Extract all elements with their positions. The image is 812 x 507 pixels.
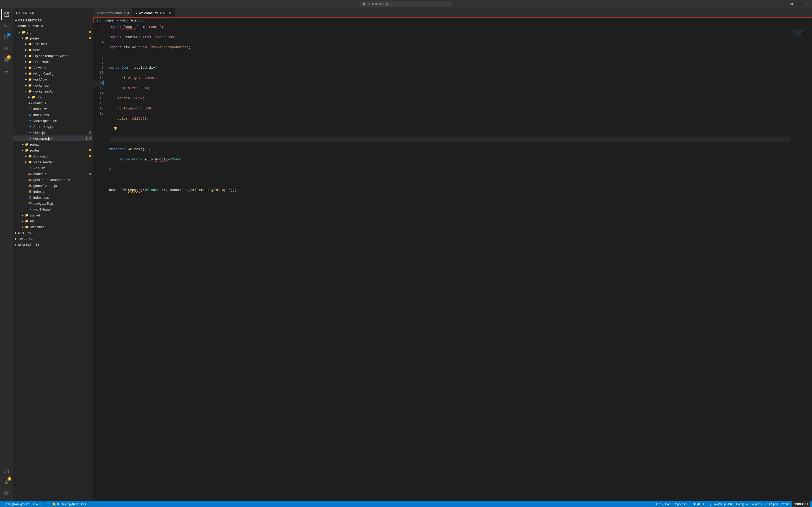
folder-statistics[interactable]: ▶ 📁 Statistics <box>13 41 93 47</box>
split-editor-button[interactable]: ⊟ <box>796 1 802 7</box>
errors-status[interactable]: ✕ 4 ⚠ 5 ℹ 2 <box>31 501 50 507</box>
file-app-jsx[interactable]: ▶ ✦ App.jsx <box>13 165 93 171</box>
img-arrow: ▶ <box>27 95 31 99</box>
application-arrow: ▶ <box>23 154 28 158</box>
variables-icon[interactable]: V <box>1 68 12 78</box>
redux-arrow: ▶ <box>20 142 25 147</box>
file-genroute[interactable]: ▶ JS genRouteComponent.js <box>13 177 93 183</box>
src-dot <box>89 31 91 33</box>
timeline-section[interactable]: ▶ TIMELINE <box>13 236 93 242</box>
folder-router[interactable]: ▼ 📁 router <box>13 147 93 153</box>
code-icon[interactable]: CODEGPT <box>1 465 12 476</box>
search-activity-icon[interactable] <box>1 20 12 31</box>
statistics-name: Statistics <box>33 42 93 46</box>
codegpt-status[interactable]: CODEGPT <box>792 501 810 507</box>
timeline-label: TIMELINE <box>18 237 33 240</box>
layout-button[interactable]: ⊞ <box>789 1 795 7</box>
breadcrumb-welcome-jsx[interactable]: welcome.jsx <box>120 18 138 22</box>
file-secretkey[interactable]: ▶ ✦ SecretKey.jsx <box>13 124 93 129</box>
nav-back-button[interactable]: ← <box>2 1 9 7</box>
file-moreoption[interactable]: ▶ ✦ MoreOption.jsx <box>13 118 93 124</box>
tab-html-badge: 4, U <box>124 11 129 14</box>
code-editor[interactable]: import React from 'react'; import ReactD… <box>107 23 791 501</box>
secretkey-icon: ✦ <box>28 124 32 129</box>
extensions-icon[interactable]: 7 <box>1 54 12 65</box>
folder-viewland[interactable]: ▶ 📁 ViewLand <box>13 65 93 70</box>
breadcrumb-pages[interactable]: pages <box>104 18 113 22</box>
folder-worksheetapi[interactable]: ▼ 📁 worksheetApi <box>13 88 93 94</box>
index-jsx-icon: ✦ <box>28 107 32 111</box>
folder-staticfiles[interactable]: ▶ 📁 staticfiles <box>13 224 93 230</box>
file-index-less[interactable]: ▶ {} index.less <box>13 112 93 118</box>
configure-status[interactable]: Configure Excludes <box>734 501 763 507</box>
position-status[interactable]: Ln 12, Col 1 <box>654 501 673 507</box>
message-icon: 🔔 <box>52 502 56 506</box>
code-line-7: font-size: 20px; <box>109 86 791 91</box>
settings-icon[interactable] <box>1 488 12 498</box>
account-icon[interactable]: 1 <box>1 476 12 487</box>
file-globalevents[interactable]: ▶ JS globalEvents.js <box>13 183 93 188</box>
breadcrumb-sep3: › <box>139 18 140 22</box>
source-control-icon[interactable]: 8 <box>1 32 12 42</box>
folder-util[interactable]: ▶ 📁 util <box>13 218 93 224</box>
file-router-config-js[interactable]: ▶ JS config.js M <box>13 171 93 177</box>
file-config-js[interactable]: ▶ JS config.js <box>13 100 93 106</box>
run-debug-icon[interactable] <box>1 43 12 54</box>
file-navigateto[interactable]: ▶ JS navigateTo.js <box>13 201 93 206</box>
tab-welcome-html[interactable]: ◈ welcome.html 4, U <box>93 8 132 17</box>
encoding-status[interactable]: UTF-8 <box>690 501 701 507</box>
folder-socket[interactable]: ▶ 📁 socket <box>13 212 93 218</box>
outline-section[interactable]: ▶ OUTLINE <box>13 230 93 236</box>
file-withtitle[interactable]: ▶ ✦ withTitle.jsx <box>13 206 93 212</box>
open-editors-section[interactable]: ▶ OPEN EDITORS <box>13 17 93 23</box>
npm-scripts-section[interactable]: ▶ NPM SCRIPTS <box>13 242 93 247</box>
prettier-status[interactable]: Prettier <box>779 501 792 507</box>
folder-uploadtemplate[interactable]: ▶ 📁 UploadTemplateSheet <box>13 53 93 59</box>
sidebar-actions: ··· <box>87 11 90 15</box>
folder-worksheet[interactable]: ▶ 📁 worksheet <box>13 82 93 88</box>
search-bar[interactable]: 🔍 MDPublic-bug <box>360 1 452 7</box>
folder-pages[interactable]: ▼ 📁 pages <box>13 35 93 41</box>
code-line-18 <box>109 198 791 203</box>
line-ending-status[interactable]: LF <box>701 501 708 507</box>
sidebar-toggle-button[interactable]: ⊟ <box>781 1 787 7</box>
sidebar-more-actions[interactable]: ··· <box>87 11 90 15</box>
explorer-icon[interactable] <box>1 9 12 20</box>
account-badge: 1 <box>7 477 11 481</box>
spaces-text: Spaces: 2 <box>675 502 688 506</box>
folder-task[interactable]: ▶ 📁 task <box>13 47 93 53</box>
folder-pageheader[interactable]: ▶ 📁 PageHeader <box>13 159 93 165</box>
file-hello-jsx[interactable]: ▶ ✦ Hello.jsx U <box>13 129 93 135</box>
search-text: MDPublic-bug <box>368 2 388 6</box>
micropython-status[interactable]: Micropython: Done! <box>60 501 89 507</box>
branch-status[interactable]: ⎇ bugfix/bug/peic* <box>2 501 31 507</box>
breadcrumb-src[interactable]: src <box>97 18 101 22</box>
folder-application[interactable]: ▶ 📁 Application <box>13 153 93 159</box>
folder-redux[interactable]: ▶ 📁 redux <box>13 142 93 147</box>
messages-status[interactable]: 🔔 0 <box>51 501 60 507</box>
tab-jsx-close[interactable]: ✕ <box>168 11 172 15</box>
nav-forward-button[interactable]: → <box>10 1 17 7</box>
tab-welcome-jsx[interactable]: ◈ welcome.jsx 5, U ✕ <box>132 8 175 17</box>
language-status[interactable]: {} JavaScript JSX <box>708 501 734 507</box>
folder-userprofile[interactable]: ▶ 📁 UserProfile <box>13 59 93 65</box>
file-index-jsx[interactable]: ▶ ✦ index.jsx <box>13 106 93 112</box>
more-actions-button[interactable]: ··· <box>803 1 810 7</box>
configure-text: Configure Excludes <box>736 502 762 506</box>
spaces-status[interactable]: Spaces: 2 <box>673 501 690 507</box>
folder-img[interactable]: ▶ 📁 img <box>13 94 93 100</box>
file-router-index-less[interactable]: ▶ {} index.less <box>13 194 93 201</box>
worksheet-arrow: ▶ <box>23 83 28 88</box>
folder-workflow[interactable]: ▶ 📁 workflow <box>13 76 93 82</box>
router-config-badge: M <box>89 172 91 175</box>
folder-widgetconfig[interactable]: ▶ 📁 widgetConfig <box>13 70 93 76</box>
sidebar: EXPLORER ··· ▶ OPEN EDITORS ▼ MDPUBLIC-B… <box>13 8 93 501</box>
folder-src[interactable]: ▼ 📁 src <box>13 29 93 35</box>
code-line-5: const Con = styled.div` <box>109 65 791 70</box>
file-welcome-jsx[interactable]: ▶ ✦ welcome.jsx 5, U <box>13 135 93 142</box>
widgetconfig-name: widgetConfig <box>33 72 93 76</box>
globalevents-name: globalEvents.js <box>33 184 93 188</box>
root-folder[interactable]: ▼ MDPUBLIC-BUG <box>13 23 93 29</box>
spell-status[interactable]: ⚠ 1 Spell <box>763 501 779 507</box>
file-index-js[interactable]: ▶ JS index.js <box>13 188 93 194</box>
